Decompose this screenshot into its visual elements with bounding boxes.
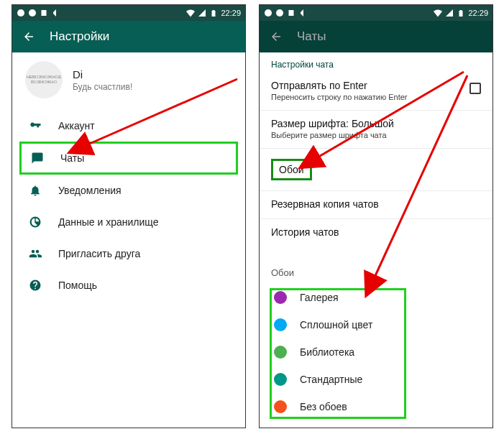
status-bar-right-icons: 22:29 — [186, 9, 241, 17]
menu-label: Помощь — [58, 280, 97, 291]
menu-label: Пригласить друга — [58, 248, 140, 259]
svg-rect-5 — [289, 10, 294, 16]
app-bar-title: Чаты — [297, 29, 326, 44]
row-enter-send[interactable]: Отправлять по Enter Переносить строку по… — [260, 73, 492, 111]
status-bar-left-icons — [264, 9, 307, 17]
svg-point-1 — [29, 9, 36, 17]
profile-status: Будь счастлив! — [73, 82, 132, 92]
row-primary: История чатов — [271, 226, 481, 238]
menu-label: Данные и хранилище — [58, 216, 158, 228]
status-time: 22:29 — [221, 9, 241, 17]
status-bar-right-icons: 22:29 — [434, 9, 488, 17]
data-icon — [28, 215, 42, 229]
svg-point-3 — [265, 9, 272, 17]
row-primary: Обои — [271, 159, 312, 180]
checkbox[interactable] — [469, 83, 481, 94]
status-time: 22:29 — [468, 9, 488, 17]
profile-name: Di — [73, 68, 132, 80]
status-bar-left-icons — [17, 9, 60, 17]
menu-data[interactable]: Данные и хранилище — [12, 206, 245, 238]
status-bar: 22:29 — [12, 5, 245, 21]
app-bar-title: Настройки — [50, 29, 109, 44]
back-arrow-icon[interactable] — [270, 30, 283, 43]
key-icon — [28, 119, 42, 133]
phone-settings: 22:29 Настройки НЕВОЗМОЖНОЕ ВОЗМОЖНО Di … — [12, 4, 246, 428]
back-arrow-icon[interactable] — [22, 30, 35, 43]
invite-icon — [28, 246, 42, 261]
menu-chats[interactable]: Чаты — [19, 142, 238, 175]
sheet-highlight-box — [270, 288, 406, 419]
menu-notifications[interactable]: Уведомления — [12, 175, 245, 206]
row-backup[interactable]: Резервная копия чатов — [260, 191, 492, 219]
row-primary: Размер шрифта: Большой — [271, 118, 481, 129]
row-wallpaper[interactable]: Обои — [260, 149, 492, 191]
menu-account[interactable]: Аккаунт — [12, 110, 245, 142]
menu-label: Аккаунт — [58, 120, 95, 131]
menu-label: Чаты — [60, 152, 84, 164]
bell-icon — [28, 183, 42, 198]
section-header: Настройки чата — [260, 52, 492, 73]
row-secondary: Переносить строку по нажатию Enter — [271, 93, 481, 101]
menu-invite[interactable]: Пригласить друга — [12, 238, 245, 269]
row-font-size[interactable]: Размер шрифта: Большой Выберите размер ш… — [260, 111, 492, 149]
row-primary: Отправлять по Enter — [271, 80, 481, 91]
status-bar: 22:29 — [260, 5, 492, 21]
svg-point-4 — [276, 9, 283, 17]
menu-label: Уведомления — [58, 185, 122, 196]
chat-icon — [30, 151, 45, 165]
profile-row[interactable]: НЕВОЗМОЖНОЕ ВОЗМОЖНО Di Будь счастлив! — [12, 52, 245, 110]
row-primary: Резервная копия чатов — [271, 198, 481, 210]
app-bar: Чаты — [260, 21, 492, 52]
svg-rect-2 — [42, 10, 47, 16]
avatar: НЕВОЗМОЖНОЕ ВОЗМОЖНО — [25, 61, 63, 98]
row-secondary: Выберите размер шрифта чата — [271, 131, 481, 139]
sheet-title: Обои — [260, 263, 492, 284]
help-icon — [28, 278, 42, 292]
menu-help[interactable]: Помощь — [12, 269, 245, 301]
phone-chats: 22:29 Чаты Настройки чата Отправлять по … — [259, 4, 493, 428]
row-history[interactable]: История чатов — [260, 219, 492, 246]
app-bar: Настройки — [12, 21, 245, 52]
svg-point-0 — [17, 9, 24, 17]
